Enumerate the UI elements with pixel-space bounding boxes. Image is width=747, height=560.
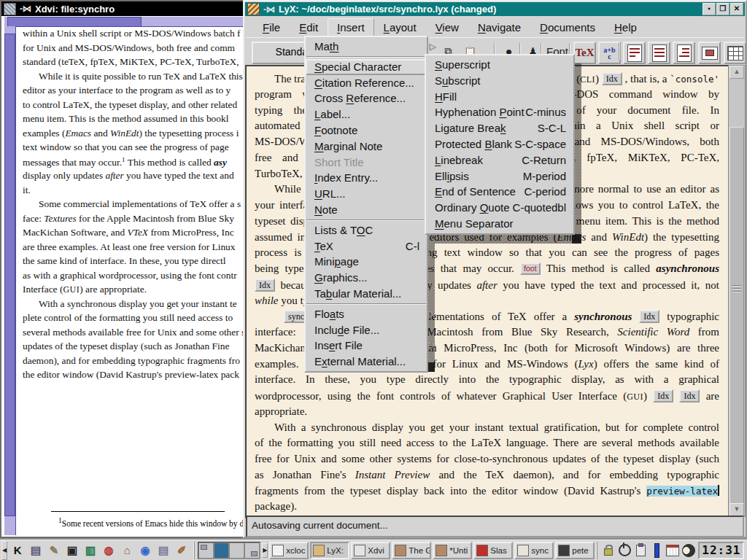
lock-icon[interactable]	[600, 542, 616, 559]
window-pin-icon[interactable]: -⋈	[20, 4, 31, 14]
window-pin-icon[interactable]: -⋈	[263, 4, 275, 15]
math-button[interactable]: a+bc	[598, 42, 621, 64]
show-desktop-icon[interactable]: ✎	[45, 542, 63, 559]
xdvi-vscroll-thumb[interactable]	[4, 34, 15, 516]
task-button-slashdot[interactable]: Slas	[473, 542, 513, 559]
menubar-item-edit[interactable]: Edit	[290, 18, 328, 36]
change-depth-icon[interactable]	[673, 42, 695, 64]
menubar-item-insert[interactable]: Insert	[328, 18, 374, 36]
menu-item-hyphenation-point[interactable]: Hyphenation PointC-minus	[426, 104, 573, 120]
menu-item-label[interactable]: Label...	[306, 106, 427, 122]
scroll-down-icon[interactable]: ▼	[729, 503, 744, 516]
document-scrollbar[interactable]: ▲ ▼	[728, 65, 746, 517]
insert-figure-icon[interactable]	[698, 42, 721, 64]
xdvi-titlebar[interactable]: -⋈ Xdvi: file:synchro	[1, 1, 247, 16]
index-inset[interactable]: Idx	[679, 389, 700, 402]
close-button[interactable]: ✕	[730, 3, 743, 15]
menu-item-graphics[interactable]: Graphics...	[306, 270, 427, 286]
menu-item-superscript[interactable]: Superscript	[426, 57, 573, 73]
menu-item-math[interactable]: Math▷	[306, 39, 427, 55]
bar-icon[interactable]	[649, 542, 665, 559]
menu-item-special-character[interactable]: Special Character▷	[306, 59, 427, 75]
menu-item-subscript[interactable]: Subscript	[426, 73, 573, 89]
terminal-icon[interactable]: ▣	[63, 542, 81, 559]
menubar-item-view[interactable]: View	[426, 18, 468, 36]
kmenu-icon[interactable]: K	[9, 542, 26, 559]
menu-item-footnote[interactable]: Footnote	[306, 122, 427, 139]
pager-desktop-4[interactable]	[244, 542, 260, 559]
menu-item-lists-toc[interactable]: Lists & TOC	[306, 222, 427, 238]
menubar-item-layout[interactable]: Layout	[374, 18, 426, 36]
footnote-inset[interactable]: foot	[520, 262, 541, 275]
menu-item-ligature-break[interactable]: Ligature BreakS-C-L	[426, 120, 573, 136]
panel-hide-left-icon[interactable]: ◀	[1, 541, 7, 560]
tex-button[interactable]: TeX	[573, 42, 596, 64]
menu-item-minipage[interactable]: Minipage	[306, 254, 427, 270]
task-button-lyx[interactable]: LyX:	[310, 542, 349, 559]
lyx-titlebar[interactable]: -⋈ LyX: ~/doc/beginlatex/src/synchro.lyx…	[245, 2, 745, 16]
panel-handle[interactable]	[193, 542, 195, 559]
maximize-button[interactable]: ❒	[716, 3, 729, 15]
xdvi-horizontal-scrollbar[interactable]	[4, 17, 247, 27]
menu-item-tex[interactable]: TeXC-l	[306, 238, 427, 254]
iconify-button[interactable]: ▪	[703, 3, 716, 15]
menu-shortcut: C-minus	[525, 104, 566, 120]
menu-item-floats[interactable]: Floats▷	[306, 306, 427, 322]
menubar-item-documents[interactable]: Documents	[530, 18, 605, 36]
window-list-icon[interactable]: ▤	[27, 542, 44, 559]
browser-icon[interactable]: ◉	[136, 542, 154, 559]
documents-icon[interactable]: ▤	[155, 542, 172, 559]
menu-item-linebreak[interactable]: LinebreakC-Return	[426, 152, 573, 168]
index-inset[interactable]: Idx	[653, 389, 673, 402]
menu-item-include-file[interactable]: Include File...	[306, 322, 427, 338]
menu-item-ellipsis[interactable]: EllipsisM-period	[426, 168, 573, 184]
xdvi-hscroll-thumb[interactable]	[7, 17, 142, 27]
task-button-clock[interactable]: xcloc	[269, 542, 309, 559]
task-button-terminal[interactable]: pete	[555, 542, 595, 559]
menu-item-citation-reference[interactable]: Citation Reference...	[306, 75, 427, 91]
menu-item-tabular-material[interactable]: Tabular Material...	[306, 286, 427, 302]
menu-item-index-entry[interactable]: Index Entry...	[306, 170, 427, 186]
menu-item-cross-reference[interactable]: Cross Reference...	[306, 90, 427, 106]
insert-marginpar-icon[interactable]	[648, 42, 670, 64]
task-button-xdvi[interactable]: Xdvi	[351, 542, 390, 559]
menu-item-insert-file[interactable]: Insert File▷	[306, 338, 427, 354]
menu-item-menu-separator[interactable]: Menu Separator	[426, 216, 573, 232]
moon-icon[interactable]	[681, 542, 697, 559]
menu-item-ordinary-quote[interactable]: Ordinary QuoteC-quotedbl	[426, 200, 573, 216]
pager-desktop-2[interactable]	[214, 542, 229, 559]
konsole-icon[interactable]: ▥	[82, 542, 99, 559]
menu-item-protected-blank[interactable]: Protected BlankS-C-space	[426, 136, 573, 152]
insert-footnote-icon[interactable]	[623, 42, 646, 64]
organizer-icon[interactable]	[665, 542, 681, 559]
pager-desktop-1[interactable]	[198, 542, 214, 559]
pager-desktop-3[interactable]	[229, 542, 244, 559]
menu-item-note[interactable]: Note	[306, 202, 427, 218]
index-inset[interactable]: Idx	[255, 279, 275, 292]
logout-icon[interactable]	[616, 542, 632, 559]
scroll-thumb[interactable]	[729, 127, 744, 513]
menu-item-end-of-sentence[interactable]: End of SentenceC-period	[426, 184, 573, 200]
task-button-gimp[interactable]: The G	[392, 542, 431, 559]
menubar-item-help[interactable]: Help	[605, 18, 646, 36]
menubar-item-navigate[interactable]: Navigate	[468, 18, 530, 36]
xdvi-vertical-scrollbar[interactable]	[4, 26, 16, 535]
task-button-goat[interactable]: sync	[514, 542, 554, 559]
menu-item-external-material[interactable]: External Material...	[306, 354, 427, 370]
editor-icon[interactable]: ✐	[173, 542, 190, 559]
help-icon[interactable]: ◍	[100, 542, 117, 559]
home-icon[interactable]: ⌂	[118, 542, 136, 559]
panel-handle[interactable]	[596, 542, 597, 559]
index-inset[interactable]: Idx	[602, 72, 622, 85]
klipper-icon[interactable]	[632, 542, 649, 559]
menu-item-url[interactable]: URL...	[306, 186, 427, 202]
menu-item-marginal-note[interactable]: Marginal Note	[306, 139, 427, 155]
menu-item-hfill[interactable]: HFill	[426, 89, 573, 105]
scroll-up-icon[interactable]: ▲	[729, 66, 744, 79]
insert-table-icon[interactable]	[724, 42, 746, 64]
menubar-item-file[interactable]: File	[253, 18, 290, 36]
pager-expand-icon[interactable]: ▶	[262, 543, 268, 558]
index-inset[interactable]: Idx	[639, 310, 659, 323]
panel-clock[interactable]: 12:31	[698, 542, 744, 559]
task-button-gimp[interactable]: *Unti	[433, 542, 472, 559]
